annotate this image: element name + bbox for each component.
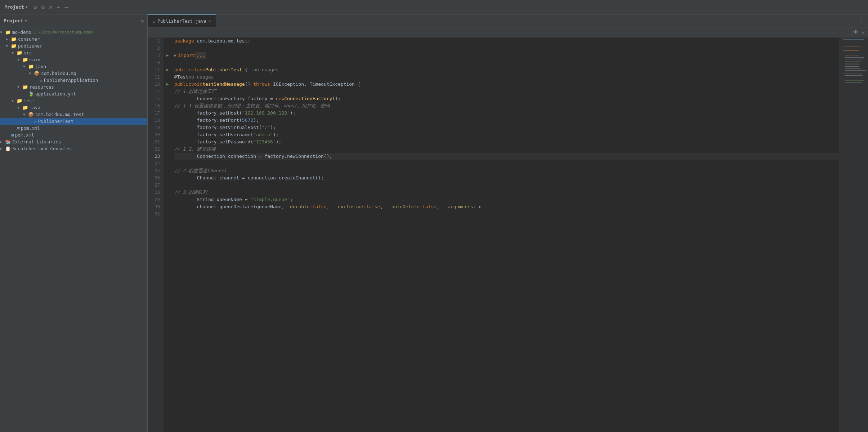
sidebar-item-java[interactable]: ▼ 📁 java (0, 63, 147, 70)
sidebar-item-PublisherTest[interactable]: ☕ PublisherTest (0, 118, 147, 125)
svg-rect-6 (845, 59, 863, 59)
gutter-cell (164, 153, 171, 160)
line-number: 10 (151, 59, 160, 66)
line-number: 18 (151, 117, 160, 124)
tree-arrow: ▼ (23, 112, 28, 116)
target-icon[interactable]: ◇ (41, 4, 45, 10)
code-line[interactable]: // 3.创建队列 (174, 189, 839, 196)
tab-bar: ☕ PublisherTest.java ✕ ⋮ (148, 14, 868, 27)
code-line[interactable]: ConnectionFactory factory = new Connecti… (174, 95, 839, 102)
sidebar-item-main[interactable]: ▼ 📁 main (0, 56, 147, 63)
sidebar-item-resources[interactable]: ▼ 📁 resources (0, 84, 147, 90)
close-icon[interactable]: ✕ (49, 4, 53, 10)
code-line[interactable] (174, 59, 839, 66)
sidebar-item-java2[interactable]: ▼ 📁 java (0, 104, 147, 111)
code-line[interactable]: String queueName = "simple.queue"; (174, 196, 839, 203)
code-line[interactable] (174, 182, 839, 189)
tree-label: PublisherTest (38, 119, 73, 124)
run-button[interactable]: ▶ (166, 81, 169, 88)
line-number: 30 (151, 203, 160, 210)
sidebar-item-src[interactable]: ▼ 📁 src (0, 49, 147, 56)
sidebar-item-mq-demo[interactable]: ▼ 📁 mq-demo E:\Code\MyProject\mq-demo (0, 29, 147, 36)
sidebar: Project ▼ ⚙ ▼ 📁 mq-demo E:\Code\MyProjec… (0, 14, 148, 432)
code-line[interactable]: channel.queueDeclare(queueName, durable:… (174, 203, 839, 210)
code-line[interactable]: factory.setVirtualHost("/"); (174, 124, 839, 131)
code-line[interactable]: factory.setPassword("123456"); (174, 138, 839, 146)
svg-rect-5 (845, 57, 864, 58)
gutter-cell[interactable]: ▶ (164, 52, 171, 59)
code-line[interactable]: // 1.1.设置连接参数，分别是：主机名、端口号、vhost、用户名、密码 (174, 102, 839, 110)
line-number: 25 (151, 167, 160, 174)
tree-label: publisher (18, 43, 42, 49)
sidebar-item-application.yml[interactable]: 🍃 application.yml (0, 90, 147, 97)
svg-rect-11 (845, 68, 860, 69)
more-tabs-icon[interactable]: ⋮ (859, 18, 864, 24)
code-line[interactable]: // 1.2. 建立连接 (174, 146, 839, 153)
file-icon: 📁 (17, 98, 22, 103)
java-file-icon: ☕ (153, 19, 155, 24)
svg-rect-13 (843, 74, 863, 74)
file-icon: 📁 (17, 50, 22, 55)
file-icon: 📚 (5, 139, 11, 144)
code-line[interactable]: Connection connection = factory.newConne… (174, 153, 839, 160)
gutter-cell (164, 117, 171, 124)
tree-label: test (24, 98, 35, 103)
sidebar-item-publisher[interactable]: ▼ 📁 publisher (0, 43, 147, 49)
sidebar-item-pom1[interactable]: m pom.xml (0, 125, 147, 132)
run-button[interactable]: ▶ (166, 66, 169, 74)
code-line[interactable]: @Test no usages (174, 74, 839, 81)
line-number: 2 (151, 45, 160, 52)
minimize-icon[interactable]: — (64, 4, 68, 10)
run-button[interactable]: ▶ (166, 52, 169, 59)
gutter-cell[interactable]: ▶ (164, 66, 171, 74)
sidebar-item-ExternalLibraries[interactable]: ▶ 📚 External Libraries (0, 138, 147, 145)
code-line[interactable]: ▶import ... (174, 52, 839, 59)
code-line[interactable]: public class PublisherTest { no usages (174, 66, 839, 74)
sidebar-item-consumer[interactable]: ▶ 📁 consumer (0, 36, 147, 43)
code-line[interactable]: package com.baidou.mq.test; (174, 37, 839, 45)
code-line[interactable]: factory.setPort(5672); (174, 117, 839, 124)
code-line[interactable]: Channel channel = connection.createChann… (174, 174, 839, 182)
chevron-down-icon[interactable]: ▼ (26, 5, 28, 9)
sidebar-item-com.baidou.mq.test[interactable]: ▼ 📦 com.baidou.mq.test (0, 111, 147, 118)
tree-arrow: ▼ (17, 106, 22, 110)
tree-label: External Libraries (12, 139, 61, 144)
line-numbers: 1231011121314151617181920212223242526272… (148, 37, 164, 432)
code-line[interactable]: public void testSendMessage() throws IOE… (174, 81, 839, 88)
file-icon: m (17, 125, 19, 131)
line-number: 11 (151, 66, 160, 74)
svg-rect-2 (843, 50, 859, 51)
file-icon: ☕ (40, 77, 42, 83)
check-icon[interactable]: ✓ (862, 29, 865, 36)
gutter-cell[interactable]: ▶ (164, 81, 171, 88)
tree-arrow: ▶ (0, 147, 5, 151)
code-line[interactable] (174, 45, 839, 52)
gutter-cell (164, 174, 171, 182)
svg-rect-7 (845, 61, 861, 62)
tab-close-button[interactable]: ✕ (209, 19, 211, 23)
code-line[interactable]: factory.setHost("192.168.200.128"); (174, 110, 839, 117)
tree-label: java (35, 64, 46, 69)
sidebar-item-com.baidou.mq[interactable]: ▼ 📦 com.baidou.mq (0, 70, 147, 77)
more-icon[interactable]: ⋯ (57, 4, 61, 10)
sidebar-item-test[interactable]: ▼ 📁 test (0, 97, 147, 104)
tab-publisher-test[interactable]: ☕ PublisherTest.java ✕ (148, 14, 216, 27)
add-icon[interactable]: ⊕ (33, 4, 37, 10)
eye-off-icon[interactable]: 👁 (853, 29, 859, 36)
sidebar-item-PublisherApplication[interactable]: ☕ PublisherApplication (0, 77, 147, 84)
code-line[interactable] (174, 210, 839, 218)
code-line[interactable]: // 1.创建连接工厂 (174, 88, 839, 95)
gutter-cell (164, 160, 171, 167)
tree-label: com.baidou.mq (41, 71, 76, 76)
sidebar-item-Scratches[interactable]: ▶ 📋 Scratches and Consoles (0, 145, 147, 152)
code-content[interactable]: package com.baidou.mq.test;▶import ...pu… (171, 37, 839, 432)
code-line[interactable]: factory.setUsername("admin"); (174, 131, 839, 138)
chevron-down-icon[interactable]: ▼ (25, 19, 27, 23)
file-icon: 🍃 (28, 91, 34, 97)
code-line[interactable] (174, 160, 839, 167)
sidebar-item-pom2[interactable]: m pom.xml (0, 132, 147, 138)
tree-label: main (30, 57, 40, 62)
code-line[interactable]: // 2.创建通道Channel (174, 167, 839, 174)
svg-rect-1 (843, 46, 861, 47)
gear-icon[interactable]: ⚙ (141, 18, 144, 24)
